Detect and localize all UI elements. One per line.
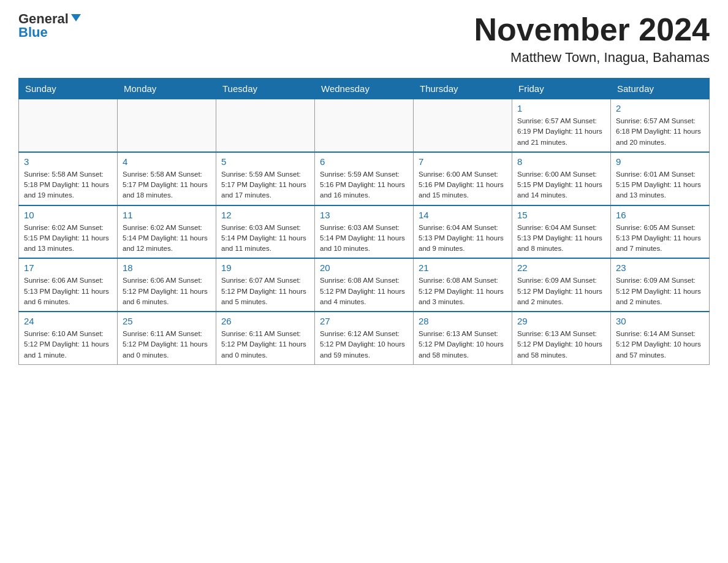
day-number: 1 [517, 103, 605, 113]
day-info: Sunrise: 6:10 AM Sunset: 5:12 PM Dayligh… [24, 329, 112, 361]
day-info: Sunrise: 6:06 AM Sunset: 5:13 PM Dayligh… [24, 275, 112, 307]
col-friday: Friday [512, 79, 611, 99]
table-row: 14Sunrise: 6:04 AM Sunset: 5:13 PM Dayli… [414, 205, 512, 259]
day-info: Sunrise: 6:09 AM Sunset: 5:12 PM Dayligh… [616, 275, 704, 307]
day-info: Sunrise: 5:58 AM Sunset: 5:18 PM Dayligh… [24, 169, 112, 201]
day-info: Sunrise: 6:57 AM Sunset: 6:18 PM Dayligh… [616, 116, 704, 148]
calendar-table: Sunday Monday Tuesday Wednesday Thursday… [18, 78, 710, 365]
day-info: Sunrise: 6:06 AM Sunset: 5:12 PM Dayligh… [123, 275, 211, 307]
day-info: Sunrise: 6:14 AM Sunset: 5:12 PM Dayligh… [616, 329, 704, 361]
table-row: 6Sunrise: 5:59 AM Sunset: 5:16 PM Daylig… [315, 152, 414, 205]
table-row: 18Sunrise: 6:06 AM Sunset: 5:12 PM Dayli… [118, 258, 216, 312]
table-row: 13Sunrise: 6:03 AM Sunset: 5:14 PM Dayli… [315, 205, 414, 259]
day-info: Sunrise: 5:59 AM Sunset: 5:16 PM Dayligh… [320, 169, 408, 201]
table-row: 22Sunrise: 6:09 AM Sunset: 5:12 PM Dayli… [512, 258, 611, 312]
day-number: 30 [616, 316, 704, 326]
day-info: Sunrise: 6:12 AM Sunset: 5:12 PM Dayligh… [320, 329, 408, 361]
day-info: Sunrise: 6:08 AM Sunset: 5:12 PM Dayligh… [320, 275, 408, 307]
table-row: 20Sunrise: 6:08 AM Sunset: 5:12 PM Dayli… [315, 258, 414, 312]
day-number: 5 [221, 156, 309, 167]
day-number: 3 [24, 156, 112, 167]
table-row: 19Sunrise: 6:07 AM Sunset: 5:12 PM Dayli… [216, 258, 315, 312]
day-number: 28 [419, 316, 507, 326]
table-row: 9Sunrise: 6:01 AM Sunset: 5:15 PM Daylig… [611, 152, 710, 205]
day-number: 2 [616, 103, 704, 113]
table-row: 2Sunrise: 6:57 AM Sunset: 6:18 PM Daylig… [611, 99, 710, 152]
calendar-week-row: 10Sunrise: 6:02 AM Sunset: 5:15 PM Dayli… [19, 205, 710, 259]
day-info: Sunrise: 6:11 AM Sunset: 5:12 PM Dayligh… [123, 329, 211, 361]
day-info: Sunrise: 6:04 AM Sunset: 5:13 PM Dayligh… [517, 223, 605, 255]
table-row: 28Sunrise: 6:13 AM Sunset: 5:12 PM Dayli… [414, 312, 512, 364]
day-number: 29 [517, 316, 605, 326]
table-row [315, 99, 414, 152]
day-info: Sunrise: 6:09 AM Sunset: 5:12 PM Dayligh… [517, 275, 605, 307]
page-title: November 2024 [474, 12, 710, 47]
table-row: 8Sunrise: 6:00 AM Sunset: 5:15 PM Daylig… [512, 152, 611, 205]
table-row: 29Sunrise: 6:13 AM Sunset: 5:12 PM Dayli… [512, 312, 611, 364]
page-subtitle: Matthew Town, Inagua, Bahamas [474, 50, 710, 66]
day-info: Sunrise: 6:11 AM Sunset: 5:12 PM Dayligh… [221, 329, 309, 361]
table-row: 3Sunrise: 5:58 AM Sunset: 5:18 PM Daylig… [19, 152, 118, 205]
table-row: 17Sunrise: 6:06 AM Sunset: 5:13 PM Dayli… [19, 258, 118, 312]
table-row: 11Sunrise: 6:02 AM Sunset: 5:14 PM Dayli… [118, 205, 216, 259]
table-row: 25Sunrise: 6:11 AM Sunset: 5:12 PM Dayli… [118, 312, 216, 364]
table-row [118, 99, 216, 152]
day-number: 7 [419, 156, 507, 167]
day-number: 6 [320, 156, 408, 167]
day-number: 21 [419, 262, 507, 273]
day-number: 15 [517, 210, 605, 220]
table-row: 1Sunrise: 6:57 AM Sunset: 6:19 PM Daylig… [512, 99, 611, 152]
calendar-week-row: 24Sunrise: 6:10 AM Sunset: 5:12 PM Dayli… [19, 312, 710, 364]
title-block: November 2024 Matthew Town, Inagua, Baha… [474, 12, 710, 66]
table-row: 21Sunrise: 6:08 AM Sunset: 5:12 PM Dayli… [414, 258, 512, 312]
table-row: 16Sunrise: 6:05 AM Sunset: 5:13 PM Dayli… [611, 205, 710, 259]
day-number: 26 [221, 316, 309, 326]
day-info: Sunrise: 6:07 AM Sunset: 5:12 PM Dayligh… [221, 275, 309, 307]
day-info: Sunrise: 6:13 AM Sunset: 5:12 PM Dayligh… [419, 329, 507, 361]
day-number: 22 [517, 262, 605, 273]
table-row: 30Sunrise: 6:14 AM Sunset: 5:12 PM Dayli… [611, 312, 710, 364]
day-info: Sunrise: 6:00 AM Sunset: 5:15 PM Dayligh… [517, 169, 605, 201]
calendar-week-row: 17Sunrise: 6:06 AM Sunset: 5:13 PM Dayli… [19, 258, 710, 312]
day-number: 19 [221, 262, 309, 273]
table-row [414, 99, 512, 152]
calendar-header-row: Sunday Monday Tuesday Wednesday Thursday… [19, 79, 710, 99]
day-number: 27 [320, 316, 408, 326]
table-row: 24Sunrise: 6:10 AM Sunset: 5:12 PM Dayli… [19, 312, 118, 364]
day-number: 23 [616, 262, 704, 273]
day-number: 10 [24, 210, 112, 220]
table-row: 23Sunrise: 6:09 AM Sunset: 5:12 PM Dayli… [611, 258, 710, 312]
col-wednesday: Wednesday [315, 79, 414, 99]
table-row: 26Sunrise: 6:11 AM Sunset: 5:12 PM Dayli… [216, 312, 315, 364]
table-row [216, 99, 315, 152]
table-row: 5Sunrise: 5:59 AM Sunset: 5:17 PM Daylig… [216, 152, 315, 205]
day-number: 17 [24, 262, 112, 273]
day-info: Sunrise: 5:59 AM Sunset: 5:17 PM Dayligh… [221, 169, 309, 201]
page-header: General Blue November 2024 Matthew Town,… [18, 12, 710, 66]
day-number: 9 [616, 156, 704, 167]
day-number: 18 [123, 262, 211, 273]
day-info: Sunrise: 6:08 AM Sunset: 5:12 PM Dayligh… [419, 275, 507, 307]
day-info: Sunrise: 6:05 AM Sunset: 5:13 PM Dayligh… [616, 223, 704, 255]
col-saturday: Saturday [611, 79, 710, 99]
table-row: 15Sunrise: 6:04 AM Sunset: 5:13 PM Dayli… [512, 205, 611, 259]
col-thursday: Thursday [414, 79, 512, 99]
day-number: 8 [517, 156, 605, 167]
logo-general: General [18, 12, 69, 26]
logo-blue: Blue [18, 26, 48, 39]
day-number: 12 [221, 210, 309, 220]
day-info: Sunrise: 6:00 AM Sunset: 5:16 PM Dayligh… [419, 169, 507, 201]
day-info: Sunrise: 6:57 AM Sunset: 6:19 PM Dayligh… [517, 116, 605, 148]
day-info: Sunrise: 6:02 AM Sunset: 5:14 PM Dayligh… [123, 223, 211, 255]
day-number: 14 [419, 210, 507, 220]
day-number: 20 [320, 262, 408, 273]
col-sunday: Sunday [19, 79, 118, 99]
day-number: 24 [24, 316, 112, 326]
day-number: 13 [320, 210, 408, 220]
table-row: 7Sunrise: 6:00 AM Sunset: 5:16 PM Daylig… [414, 152, 512, 205]
day-info: Sunrise: 5:58 AM Sunset: 5:17 PM Dayligh… [123, 169, 211, 201]
day-number: 4 [123, 156, 211, 167]
logo-triangle-icon [71, 14, 81, 21]
calendar-week-row: 3Sunrise: 5:58 AM Sunset: 5:18 PM Daylig… [19, 152, 710, 205]
calendar-week-row: 1Sunrise: 6:57 AM Sunset: 6:19 PM Daylig… [19, 99, 710, 152]
